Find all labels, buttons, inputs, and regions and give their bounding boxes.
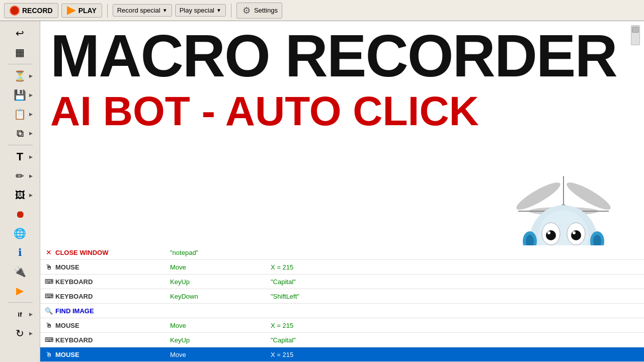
chevron-right-icon: ▶ — [29, 112, 33, 117]
row-action: KeyUp — [170, 278, 271, 286]
chevron-right-icon: ▶ — [29, 154, 33, 159]
sidebar-item-copy2[interactable]: ⧉ ▶ — [7, 124, 34, 142]
row-name: KEYBOARD — [54, 293, 170, 300]
row-value: X = 215 — [271, 322, 644, 329]
row-value: "ShiftLeft" — [271, 293, 644, 300]
row-icon: ⌨ — [40, 336, 54, 343]
play-orange-icon: ▶ — [16, 285, 24, 297]
table-row[interactable]: ✕ CLOSE WINDOW "notepad" — [40, 245, 644, 260]
chevron-down-icon: ▼ — [216, 8, 221, 13]
sidebar-item-pen[interactable]: ✏ ▶ — [7, 167, 34, 185]
sidebar-item-undo[interactable]: ↩ — [7, 24, 34, 42]
sidebar-item-globe[interactable]: 🌐 — [7, 224, 34, 242]
sidebar-item-image[interactable]: 🖼 ▶ — [7, 186, 34, 204]
settings-button[interactable]: ⚙ Settings — [236, 3, 282, 19]
gear-icon: ⚙ — [241, 5, 252, 16]
table-row[interactable]: 🖱 MOUSE Move X = 215 — [40, 347, 644, 362]
keyboard-icon: ⌨ — [45, 336, 53, 343]
pen-icon: ✏ — [16, 170, 24, 182]
mouse-icon: 🖱 — [45, 263, 52, 271]
title-overlay: MACRO RECORDER AI BOT - AUTO CLICK — [40, 26, 644, 132]
play-special-label: Play special — [180, 7, 214, 14]
row-icon: 🖱 — [40, 350, 54, 358]
table-row[interactable]: ⌨ KEYBOARD KeyDown "ShiftLeft" — [40, 289, 644, 304]
globe-icon: 🌐 — [14, 227, 26, 239]
grid-icon: ▦ — [15, 46, 25, 58]
chevron-right-icon: ▶ — [29, 331, 33, 336]
page-title: MACRO RECORDER — [50, 26, 634, 85]
record-label: RECORD — [22, 7, 53, 15]
record-icon — [10, 6, 20, 16]
row-name: KEYBOARD — [54, 336, 170, 344]
sidebar-item-plugin[interactable]: 🔌 — [7, 262, 34, 281]
svg-point-13 — [573, 231, 576, 234]
mouse-icon: 🖱 — [45, 350, 52, 358]
table-row[interactable]: 🖱 MOUSE Move X = 215 — [40, 318, 644, 333]
row-icon: ✕ — [40, 248, 54, 256]
row-action: Move — [170, 351, 271, 358]
subtitle: AI BOT - AUTO CLICK — [50, 90, 634, 132]
row-icon: ⌨ — [40, 293, 54, 300]
toolbar-separator — [107, 4, 108, 18]
row-name: CLOSE WINDOW — [54, 249, 170, 256]
row-value: X = 215 — [271, 263, 644, 271]
row-name: MOUSE — [54, 263, 170, 271]
sidebar-item-info[interactable]: ℹ — [7, 243, 34, 261]
table-row[interactable]: ⌨ KEYBOARD KeyUp "Capital" — [40, 333, 644, 347]
row-name: MOUSE — [54, 322, 170, 329]
sidebar-item-record-red[interactable]: ⏺ — [7, 205, 34, 223]
row-icon: 🖱 — [40, 263, 54, 271]
row-action: KeyUp — [170, 336, 271, 344]
sidebar-divider-3 — [8, 302, 33, 303]
sidebar-divider-2 — [8, 145, 33, 145]
chevron-down-icon: ▼ — [163, 8, 168, 13]
settings-label: Settings — [254, 7, 278, 14]
sidebar-item-refresh[interactable]: ↻ ▶ — [7, 324, 34, 342]
row-value: "Capital" — [271, 278, 644, 286]
record-special-label: Record special — [117, 7, 160, 14]
row-icon: 🔍 — [40, 307, 54, 315]
sidebar: ↩ ▦ ⏳ ▶ 💾 ▶ 📋 ▶ ⧉ ▶ T ▶ ✏ ▶ — [0, 21, 40, 362]
save-icon: 💾 — [14, 89, 26, 101]
chevron-right-icon: ▶ — [29, 173, 33, 178]
sidebar-item-copy[interactable]: 📋 ▶ — [7, 105, 34, 123]
record-red-icon: ⏺ — [15, 209, 25, 220]
chevron-right-icon: ▶ — [29, 312, 33, 317]
record-special-button[interactable]: Record special ▼ — [113, 4, 172, 17]
sidebar-divider-1 — [8, 64, 33, 64]
row-action: KeyDown — [170, 293, 271, 300]
chevron-right-icon: ▶ — [29, 73, 33, 78]
row-value: "Capital" — [271, 336, 644, 344]
macro-table: ✕ CLOSE WINDOW "notepad" 🖱 MOUSE Move X … — [40, 245, 644, 362]
row-icon: ⌨ — [40, 278, 54, 285]
play-button[interactable]: PLAY — [61, 4, 102, 18]
sidebar-item-play-orange[interactable]: ▶ — [7, 282, 34, 300]
play-label: PLAY — [78, 7, 97, 15]
table-row[interactable]: 🖱 MOUSE Move X = 215 — [40, 260, 644, 275]
timer-icon: ⏳ — [14, 70, 26, 82]
text-icon: T — [17, 150, 23, 163]
table-row[interactable]: ⌨ KEYBOARD KeyUp "Capital" — [40, 275, 644, 289]
sidebar-item-text[interactable]: T ▶ — [7, 148, 34, 166]
if-icon: if — [18, 311, 22, 318]
svg-point-10 — [546, 230, 556, 240]
row-name: KEYBOARD — [54, 278, 170, 286]
table-row[interactable]: 🔍 FIND IMAGE — [40, 304, 644, 318]
copy2-icon: ⧉ — [17, 128, 24, 139]
image-icon: 🖼 — [15, 190, 25, 201]
undo-icon: ↩ — [16, 27, 24, 39]
refresh-icon: ↻ — [16, 327, 24, 339]
sidebar-item-save[interactable]: 💾 ▶ — [7, 86, 34, 104]
sidebar-item-grid[interactable]: ▦ — [7, 43, 34, 61]
toolbar: RECORD PLAY Record special ▼ Play specia… — [0, 0, 644, 21]
sidebar-item-if[interactable]: if ▶ — [7, 305, 34, 323]
find-image-icon: 🔍 — [45, 307, 53, 315]
svg-point-11 — [571, 230, 581, 240]
record-button[interactable]: RECORD — [4, 3, 58, 18]
row-action: "notepad" — [170, 249, 271, 256]
row-icon: 🖱 — [40, 321, 54, 329]
play-special-button[interactable]: Play special ▼ — [175, 4, 226, 17]
info-icon: ℹ — [18, 246, 22, 258]
sidebar-item-timer[interactable]: ⏳ ▶ — [7, 67, 34, 85]
row-action: Move — [170, 322, 271, 329]
